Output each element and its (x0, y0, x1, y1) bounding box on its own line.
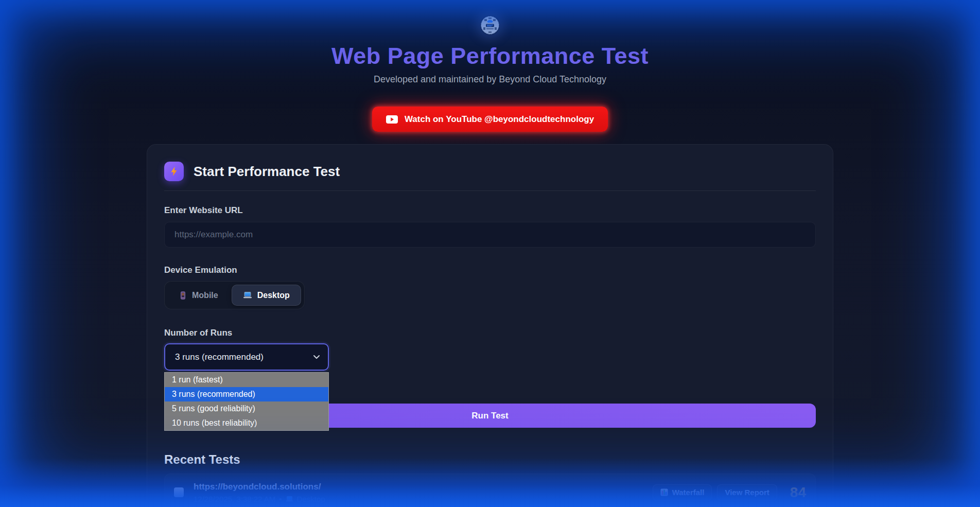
toggle-desktop-label: Desktop (257, 291, 290, 300)
test-row: https://beyondcloud.solutions/ 12/28/202… (164, 474, 816, 507)
waterfall-label: Waterfall (672, 488, 705, 497)
runs-select-wrap: 3 runs (recommended) 1 run (fastest) 3 r… (164, 343, 329, 371)
view-report-label: View Report (725, 488, 769, 497)
view-report-button[interactable]: View Report (717, 484, 777, 501)
test-info: https://beyondcloud.solutions/ 12/28/202… (194, 482, 325, 503)
laptop-icon-small (286, 496, 293, 502)
runs-select[interactable]: 3 runs (recommended) (164, 343, 329, 371)
url-label: Enter Website URL (164, 205, 816, 216)
waterfall-button[interactable]: Waterfall (653, 484, 712, 501)
test-device: Desktop (297, 495, 325, 503)
lightning-icon (164, 162, 184, 181)
runs-label: Number of Runs (164, 328, 816, 338)
bar-chart-icon (660, 488, 668, 496)
laptop-icon (243, 291, 252, 299)
test-meta: 12/28/2025, 3:38:22 AM • Desktop (194, 495, 325, 503)
row-actions: Waterfall View Report 84 (653, 484, 806, 501)
youtube-button-label: Watch on YouTube @beyondcloudtechnology (405, 114, 594, 125)
youtube-button[interactable]: Watch on YouTube @beyondcloudtechnology (372, 107, 608, 132)
chevron-down-icon (313, 355, 320, 359)
page-title: Web Page Performance Test (0, 43, 980, 69)
toggle-desktop[interactable]: Desktop (232, 285, 301, 306)
toggle-mobile[interactable]: Mobile (168, 285, 230, 306)
dropdown-option-10-runs[interactable]: 10 runs (best reliability) (165, 416, 328, 430)
bullet-separator: • (279, 495, 282, 503)
runs-select-value: 3 runs (recommended) (175, 352, 264, 362)
device-toggle: Mobile Desktop (164, 281, 305, 309)
recent-tests-heading: Recent Tests (164, 452, 816, 467)
section-divider (164, 190, 816, 191)
url-input[interactable] (164, 222, 816, 248)
page-subtitle: Developed and maintained by Beyond Cloud… (0, 74, 980, 85)
select-checkbox[interactable] (174, 487, 184, 497)
test-datetime: 12/28/2025, 3:38:22 AM (194, 495, 275, 503)
dropdown-option-1-run[interactable]: 1 run (fastest) (165, 373, 328, 387)
test-score: 84 (790, 484, 806, 501)
start-test-card: Start Performance Test Enter Website URL… (147, 144, 833, 507)
site-logo-icon (480, 15, 500, 35)
dropdown-option-3-runs[interactable]: 3 runs (recommended) (165, 387, 328, 401)
mobile-phone-icon (179, 291, 187, 300)
dropdown-option-5-runs[interactable]: 5 runs (good reliability) (165, 401, 328, 416)
test-url: https://beyondcloud.solutions/ (194, 482, 325, 492)
youtube-icon (386, 115, 398, 124)
toggle-mobile-label: Mobile (192, 291, 218, 300)
device-emulation-label: Device Emulation (164, 265, 816, 275)
page-header: Web Page Performance Test Developed and … (0, 0, 980, 132)
card-header: Start Performance Test (164, 162, 816, 181)
card-title: Start Performance Test (194, 164, 340, 180)
runs-dropdown: 1 run (fastest) 3 runs (recommended) 5 r… (164, 372, 329, 431)
